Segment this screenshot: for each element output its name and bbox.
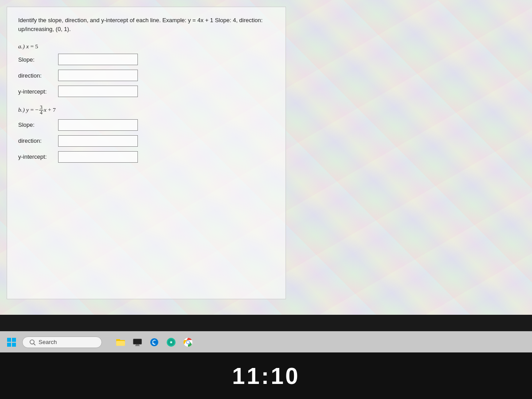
chrome-icon[interactable]	[182, 336, 194, 348]
edge-browser-icon[interactable]	[148, 336, 160, 348]
slope-a-label: Slope:	[18, 56, 58, 63]
windows-icon-cell-4	[12, 343, 16, 347]
problem-b-section: b.) y = −34x + 7 Slope: direction: y-int…	[18, 105, 274, 163]
yintercept-a-row: y-intercept:	[18, 86, 274, 97]
slope-b-row: Slope:	[18, 119, 274, 131]
file-explorer-icon[interactable]	[114, 336, 127, 348]
problem-b-label: b.) y = −34x + 7	[18, 105, 274, 116]
taskbar-icons	[114, 336, 194, 348]
direction-b-row: direction:	[18, 135, 274, 147]
taskbar: Search	[0, 331, 532, 352]
svg-point-15	[187, 341, 189, 344]
slope-b-input[interactable]	[58, 119, 138, 131]
windows-icon-cell-1	[7, 338, 11, 342]
slope-a-row: Slope:	[18, 54, 274, 65]
search-bar[interactable]: Search	[22, 336, 102, 348]
direction-a-input[interactable]	[58, 70, 138, 81]
direction-b-label: direction:	[18, 137, 58, 144]
yintercept-b-input[interactable]	[58, 151, 138, 163]
photos-icon[interactable]	[165, 336, 177, 348]
worksheet-panel: Identify the slope, direction, and y-int…	[7, 7, 286, 299]
slope-b-label: Slope:	[18, 121, 58, 128]
svg-point-0	[30, 340, 34, 344]
slope-a-input[interactable]	[58, 54, 138, 65]
svg-rect-7	[136, 344, 139, 345]
problem-a-label: a.) x = 5	[18, 43, 274, 50]
yintercept-b-label: y-intercept:	[18, 153, 58, 160]
bottom-bar: 11:10	[0, 352, 532, 399]
yintercept-a-input[interactable]	[58, 86, 138, 97]
windows-start-button[interactable]	[4, 335, 19, 349]
direction-a-label: direction:	[18, 72, 58, 79]
windows-icon-cell-2	[12, 338, 16, 342]
search-icon	[29, 339, 36, 346]
search-text: Search	[39, 339, 57, 345]
direction-b-input[interactable]	[58, 135, 138, 147]
svg-rect-4	[116, 341, 125, 346]
svg-rect-6	[133, 339, 141, 344]
svg-rect-8	[135, 345, 140, 346]
time-display: 11:10	[232, 363, 300, 389]
direction-a-row: direction:	[18, 70, 274, 81]
yintercept-b-row: y-intercept:	[18, 151, 274, 163]
svg-line-1	[34, 344, 35, 345]
svg-point-12	[170, 341, 172, 343]
yintercept-a-label: y-intercept:	[18, 88, 58, 95]
problem-a-section: a.) x = 5 Slope: direction: y-intercept:	[18, 43, 274, 97]
instructions-text: Identify the slope, direction, and y-int…	[18, 16, 274, 33]
monitor-icon[interactable]	[131, 336, 144, 348]
windows-icon	[7, 338, 16, 347]
windows-icon-cell-3	[7, 343, 11, 347]
